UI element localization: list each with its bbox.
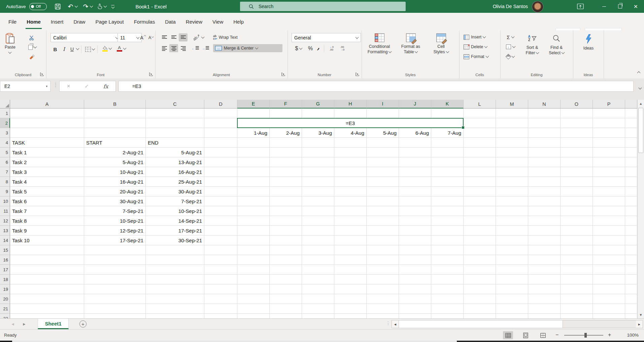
cell-H6[interactable] [334, 157, 367, 167]
cell-N1[interactable] [528, 108, 561, 118]
cell-G7[interactable] [302, 167, 334, 177]
italic-button[interactable]: I [60, 45, 68, 53]
cell-I12[interactable] [367, 216, 399, 226]
cell-B20[interactable] [84, 294, 146, 304]
cell-D1[interactable] [204, 108, 237, 118]
cell-J3[interactable]: 6-Aug [399, 128, 431, 138]
find-select-button[interactable]: Find & Select [545, 33, 568, 56]
row-header-18[interactable]: 18 [0, 275, 10, 284]
cell-A13[interactable]: Task 9 [10, 226, 84, 236]
cell-G17[interactable] [302, 265, 334, 275]
row-header-3[interactable]: 3 [0, 128, 10, 138]
cell-M8[interactable] [496, 177, 528, 187]
ribbon-tab-page-layout[interactable]: Page Layout [90, 13, 129, 30]
cell-K1[interactable] [431, 108, 464, 118]
cell-N20[interactable] [528, 294, 561, 304]
cell-M13[interactable] [496, 226, 528, 236]
autosave-toggle[interactable]: Off [29, 3, 47, 10]
cell-G14[interactable] [302, 236, 334, 245]
column-header-C[interactable]: C [146, 100, 204, 108]
cell-N5[interactable] [528, 148, 561, 157]
cell-J14[interactable] [399, 236, 431, 245]
touch-mouse-mode-button[interactable] [97, 3, 106, 9]
delete-cells-button[interactable]: × Delete [464, 43, 487, 51]
cell-C20[interactable] [146, 294, 204, 304]
cell-E5[interactable] [237, 148, 270, 157]
cell-N15[interactable] [528, 245, 561, 255]
cell-P12[interactable] [593, 216, 625, 226]
cell-A19[interactable] [10, 284, 84, 294]
merge-center-button[interactable]: ↔ Merge & Center [213, 44, 282, 52]
cell-L20[interactable] [464, 294, 496, 304]
cell-A9[interactable]: Task 5 [10, 187, 84, 196]
wrap-text-button[interactable]: abc↩ Wrap Text [213, 33, 238, 41]
row-header-8[interactable]: 8 [0, 177, 10, 187]
cell-J8[interactable] [399, 177, 431, 187]
cell-J13[interactable] [399, 226, 431, 236]
cell-H1[interactable] [334, 108, 367, 118]
row-header-6[interactable]: 6 [0, 157, 10, 167]
cell-E12[interactable] [237, 216, 270, 226]
cell-C18[interactable] [146, 275, 204, 284]
cell-K3[interactable]: 7-Aug [431, 128, 464, 138]
cell-M2[interactable] [496, 118, 528, 128]
save-button[interactable] [55, 4, 61, 9]
cell-N9[interactable] [528, 187, 561, 196]
cell-L12[interactable] [464, 216, 496, 226]
cell-G11[interactable] [302, 206, 334, 216]
row-header-20[interactable]: 20 [0, 294, 10, 304]
cell-O8[interactable] [561, 177, 593, 187]
scroll-right-button[interactable]: ► [636, 320, 643, 328]
fill-button[interactable]: ↓ [504, 43, 517, 51]
zoom-slider-track[interactable] [564, 335, 603, 336]
cell-F20[interactable] [270, 294, 302, 304]
cell-I20[interactable] [367, 294, 399, 304]
column-header-M[interactable]: M [496, 100, 528, 108]
cell-F13[interactable] [270, 226, 302, 236]
bold-button[interactable]: B [52, 45, 59, 53]
column-header-B[interactable]: B [84, 100, 146, 108]
cell-I21[interactable] [367, 304, 399, 314]
cell-D22[interactable] [204, 314, 237, 318]
cell-E22[interactable] [237, 314, 270, 318]
cell-L6[interactable] [464, 157, 496, 167]
top-align-button[interactable] [160, 33, 169, 41]
ribbon-tab-file[interactable]: File [3, 13, 22, 30]
cell-E4[interactable] [237, 138, 270, 148]
cell-A12[interactable]: Task 8 [10, 216, 84, 226]
cell-N3[interactable] [528, 128, 561, 138]
cell-C17[interactable] [146, 265, 204, 275]
cell-G10[interactable] [302, 196, 334, 206]
cell-N19[interactable] [528, 284, 561, 294]
fill-handle[interactable] [462, 126, 465, 129]
number-format-select[interactable]: General [292, 33, 361, 42]
row-header-15[interactable]: 15 [0, 245, 10, 255]
cell-N7[interactable] [528, 167, 561, 177]
cell-A11[interactable]: Task 7 [10, 206, 84, 216]
ribbon-tab-home[interactable]: Home [22, 13, 46, 30]
cell-O2[interactable] [561, 118, 593, 128]
cell-M7[interactable] [496, 167, 528, 177]
cell-H22[interactable] [334, 314, 367, 318]
cell-I11[interactable] [367, 206, 399, 216]
sheet-tab-sheet1[interactable]: Sheet1 [38, 319, 69, 329]
cell-P10[interactable] [593, 196, 625, 206]
drag-handle-icon[interactable]: ⋮ [53, 82, 58, 88]
cell-C9[interactable]: 30-Aug-21 [146, 187, 204, 196]
cut-button[interactable] [28, 34, 36, 42]
cell-L11[interactable] [464, 206, 496, 216]
cell-K17[interactable] [431, 265, 464, 275]
cell-M14[interactable] [496, 236, 528, 245]
cell-B22[interactable] [84, 314, 146, 318]
cell-P19[interactable] [593, 284, 625, 294]
cell-J5[interactable] [399, 148, 431, 157]
formula-input[interactable]: =E3 [118, 81, 634, 92]
cell-H4[interactable] [334, 138, 367, 148]
cell-L18[interactable] [464, 275, 496, 284]
cell-N13[interactable] [528, 226, 561, 236]
clear-button[interactable] [504, 53, 517, 61]
horizontal-scrollbar[interactable]: ◄ ► [392, 320, 643, 328]
cell-P17[interactable] [593, 265, 625, 275]
row-header-13[interactable]: 13 [0, 226, 10, 236]
ribbon-display-options-button[interactable] [572, 0, 588, 13]
